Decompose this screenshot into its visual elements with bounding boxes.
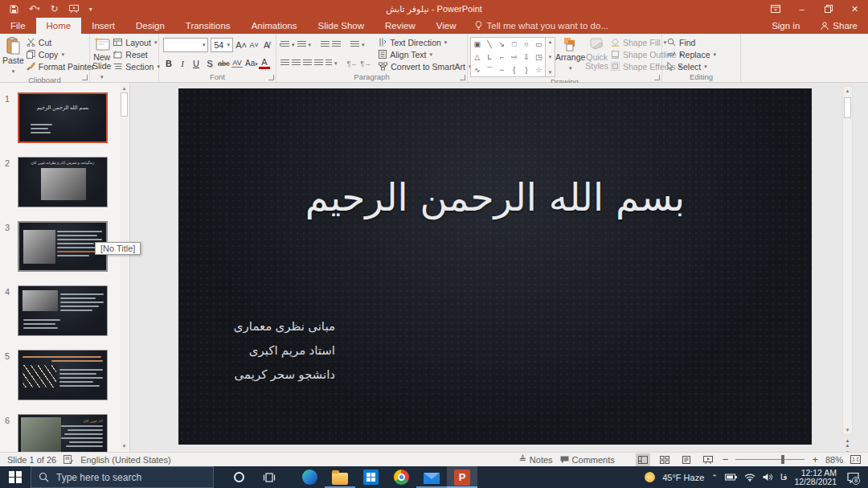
powerpoint-app-button[interactable]: P [447, 466, 477, 488]
weather-text[interactable]: 45°F Haze [662, 473, 704, 482]
slide-thumbnail-5[interactable] [18, 350, 108, 400]
convert-to-smartart-button[interactable]: Convert to SmartArt▾ [376, 60, 473, 72]
zoom-level[interactable]: 88% [825, 455, 843, 465]
tab-slide-show[interactable]: Slide Show [308, 18, 375, 34]
start-slideshow-icon[interactable] [69, 5, 79, 13]
change-case-button[interactable]: Aa▾ [245, 59, 256, 68]
main-scrollbar[interactable]: ▲▼ [842, 86, 853, 435]
font-name-input[interactable]: ▾ [163, 38, 208, 52]
cortana-button[interactable] [223, 466, 254, 488]
main-scrollbar-thumb[interactable] [844, 97, 851, 118]
italic-button[interactable]: I [177, 59, 188, 68]
store-app-button[interactable] [355, 466, 386, 488]
quick-styles-button[interactable]: Quick Styles [585, 35, 608, 71]
shape-rectangle-icon[interactable]: □ [512, 40, 516, 48]
redo-icon[interactable]: ↻ [51, 3, 59, 14]
shape-down-arrow-icon[interactable]: ⇩ [523, 53, 530, 61]
align-text-button[interactable]: Align Text▾ [376, 48, 473, 60]
edge-app-button[interactable] [294, 466, 325, 488]
format-painter-button[interactable]: Format Painter [24, 60, 96, 72]
align-right-icon[interactable] [303, 59, 312, 67]
slide-thumbnail-2[interactable]: زندگینامه و معرفی آثار و نظرات لویی کان [18, 157, 108, 207]
grow-font-button[interactable]: A˄ [235, 40, 247, 50]
columns-icon[interactable] [326, 59, 332, 67]
mail-app-button[interactable] [416, 466, 447, 488]
tab-home[interactable]: Home [36, 18, 82, 34]
tell-me-box[interactable]: Tell me what you want to do... [467, 18, 617, 34]
reading-view-button[interactable] [679, 453, 694, 466]
tab-view[interactable]: View [426, 18, 467, 34]
align-center-icon[interactable] [292, 59, 301, 67]
strikethrough-button[interactable]: abc [218, 59, 229, 68]
scroll-down-icon[interactable]: ▼ [122, 444, 127, 449]
shape-elbow-icon[interactable]: L [487, 53, 491, 61]
tab-file[interactable]: File [0, 18, 36, 34]
notes-button[interactable]: ≜Notes [519, 454, 553, 465]
character-spacing-button[interactable]: AV [231, 59, 243, 68]
shape-elbow-arrow-icon[interactable]: ⌐ [500, 53, 504, 61]
accessibility-icon[interactable] [63, 455, 73, 464]
share-button[interactable]: Share [810, 18, 868, 34]
shrink-font-button[interactable]: A˅ [249, 41, 260, 49]
rtl-direction-icon[interactable]: ¶→ [360, 59, 371, 68]
underline-button[interactable]: U [190, 59, 202, 68]
slide-thumbnail-1[interactable]: بسم الله الرحمن الرحیم [18, 92, 108, 143]
bold-button[interactable]: B [163, 59, 174, 68]
clipboard-dialog-launcher[interactable] [82, 75, 88, 80]
undo-icon[interactable]: ↶▾ [29, 3, 40, 14]
font-dialog-launcher[interactable] [268, 75, 274, 80]
paste-button[interactable]: Paste ▾ [2, 35, 24, 76]
file-explorer-app-button[interactable] [325, 466, 355, 488]
layout-button[interactable]: Layout▾ [111, 36, 162, 48]
save-icon[interactable] [10, 5, 18, 14]
decrease-indent-icon[interactable] [321, 41, 330, 48]
previous-slide-button[interactable]: ▲▲ [845, 438, 850, 448]
zoom-out-button[interactable]: − [723, 453, 729, 465]
thumbnail-scrollbar-thumb[interactable] [121, 92, 128, 117]
shape-arc-icon[interactable]: ⌒ [485, 65, 493, 76]
slide-sorter-view-button[interactable] [657, 453, 672, 466]
normal-view-button[interactable] [636, 453, 650, 466]
bullets-icon[interactable] [280, 41, 289, 48]
line-spacing-icon[interactable] [350, 41, 359, 48]
shape-rounded-rect-icon[interactable]: ▭ [535, 40, 542, 48]
speaker-icon[interactable] [763, 473, 773, 482]
text-shadow-button[interactable]: S [204, 59, 215, 68]
fit-slide-button[interactable] [850, 455, 861, 464]
tab-design[interactable]: Design [125, 18, 175, 34]
action-center-button[interactable]: 8 [844, 469, 862, 486]
taskbar-clock[interactable]: 12:12 AM 12/28/2021 [794, 469, 837, 486]
justify-icon[interactable] [314, 59, 323, 67]
minimize-button[interactable]: – [788, 0, 815, 18]
shape-callout-icon[interactable]: ◳ [535, 53, 542, 61]
tab-insert[interactable]: Insert [81, 18, 125, 34]
shape-line-icon[interactable]: ╲ [487, 40, 491, 48]
tab-review[interactable]: Review [375, 18, 426, 34]
find-button[interactable]: Find [665, 36, 719, 48]
scroll-up-icon[interactable]: ▲ [122, 86, 127, 91]
tab-transitions[interactable]: Transitions [175, 18, 241, 34]
paragraph-dialog-launcher[interactable] [460, 75, 465, 80]
slide-canvas[interactable]: بسم الله الرحمن الرحیم مبانی نظری معماری… [178, 88, 812, 445]
ribbon-display-options-icon[interactable] [762, 0, 788, 18]
gallery-up-icon[interactable]: ▲ [548, 39, 553, 44]
language-status[interactable]: English (United States) [80, 455, 171, 465]
section-button[interactable]: Section▾ [111, 60, 162, 72]
reset-button[interactable]: Reset [111, 48, 162, 60]
cut-button[interactable]: Cut [24, 36, 96, 48]
slide-subtitle-text[interactable]: مبانی نظری معماری استاد مریم اکبری دانشج… [227, 314, 335, 387]
close-button[interactable]: ✕ [841, 0, 868, 18]
scroll-up-icon[interactable]: ▲ [845, 88, 850, 93]
font-color-button[interactable]: A [259, 57, 270, 69]
gallery-more-icon[interactable]: ▼ [548, 70, 553, 75]
taskbar-search-box[interactable]: Type here to search [31, 466, 214, 488]
zoom-in-button[interactable]: + [812, 453, 818, 465]
slide-title-text[interactable]: بسم الله الرحمن الرحیم [178, 175, 812, 219]
copy-button[interactable]: Copy▾ [24, 48, 96, 60]
ltr-direction-icon[interactable]: ¶← [347, 59, 358, 68]
thumbnail-scrollbar[interactable]: ▲▼ [120, 84, 129, 450]
arrange-button[interactable]: Arrange ▾ [555, 35, 585, 72]
shape-star-icon[interactable]: ☆ [535, 66, 542, 74]
numbering-icon[interactable] [297, 41, 306, 48]
customize-qat-icon[interactable]: ▾ [89, 6, 92, 13]
